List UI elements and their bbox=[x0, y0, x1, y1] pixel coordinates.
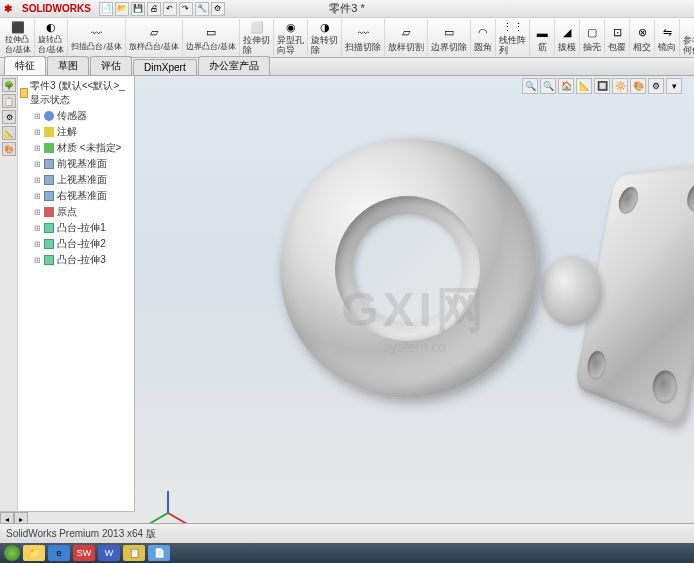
tree-item[interactable]: ⊞传感器 bbox=[20, 108, 132, 124]
loft-cut-button[interactable]: ▱放样切割 bbox=[385, 19, 428, 56]
expand-icon[interactable]: ⊞ bbox=[34, 208, 41, 217]
tree-root-node[interactable]: 零件3 (默认<<默认>_显示状态 bbox=[20, 78, 132, 108]
start-button-icon[interactable] bbox=[4, 545, 20, 561]
revolve-cut-button[interactable]: ◑旋转切除 bbox=[308, 19, 342, 56]
property-manager-tab-icon[interactable]: 📋 bbox=[2, 94, 16, 108]
ribbon-label: 拉伸凸台/基体 bbox=[5, 35, 31, 55]
display-manager-tab-icon[interactable]: 🎨 bbox=[2, 142, 16, 156]
taskbar-app-icon[interactable]: 📋 bbox=[123, 545, 145, 561]
expand-icon[interactable]: ⊞ bbox=[34, 144, 41, 153]
tree-item[interactable]: ⊞注解 bbox=[20, 124, 132, 140]
ribbon-toolbar: ⬛拉伸凸台/基体◐旋转凸台/基体〰扫描凸台/基体▱放样凸台/基体▭边界凸台/基体… bbox=[0, 18, 694, 58]
flange-hole-icon bbox=[617, 186, 641, 214]
command-tab-1[interactable]: 草图 bbox=[47, 56, 89, 75]
view-tool-3-icon[interactable]: 📐 bbox=[576, 78, 592, 94]
view-tool-1-icon[interactable]: 🔍 bbox=[540, 78, 556, 94]
extrude-boss-button[interactable]: ⬛拉伸凸台/基体 bbox=[2, 19, 35, 56]
expand-icon[interactable]: ⊞ bbox=[34, 256, 41, 265]
qat-redo-icon[interactable]: ↷ bbox=[179, 2, 193, 16]
command-tab-4[interactable]: 办公室产品 bbox=[198, 56, 270, 75]
qat-open-icon[interactable]: 📂 bbox=[115, 2, 129, 16]
intersect-button[interactable]: ⊗相交 bbox=[630, 19, 655, 56]
feat-icon bbox=[44, 223, 54, 233]
hole-wizard-button[interactable]: ◉异型孔向导 bbox=[274, 19, 308, 56]
qat-options-icon[interactable]: ⚙ bbox=[211, 2, 225, 16]
fillet-button[interactable]: ◠圆角 bbox=[471, 19, 496, 56]
ribbon-label: 旋转凸台/基体 bbox=[38, 35, 64, 55]
expand-icon[interactable]: ⊞ bbox=[34, 112, 41, 121]
fillet-icon: ◠ bbox=[474, 24, 492, 42]
boundary-boss-button[interactable]: ▭边界凸台/基体 bbox=[183, 19, 240, 56]
shell-button[interactable]: ▢抽壳 bbox=[580, 19, 605, 56]
feat-icon bbox=[44, 239, 54, 249]
dimxpert-tab-icon[interactable]: 📐 bbox=[2, 126, 16, 140]
command-tab-0[interactable]: 特征 bbox=[4, 56, 46, 75]
orientation-triad[interactable] bbox=[147, 473, 187, 513]
tree-item-label: 前视基准面 bbox=[57, 157, 107, 171]
view-tool-4-icon[interactable]: 🔲 bbox=[594, 78, 610, 94]
expand-icon[interactable]: ⊞ bbox=[34, 128, 41, 137]
linear-pattern-icon: ⋮⋮ bbox=[504, 20, 522, 35]
tree-item[interactable]: ⊞凸台-拉伸2 bbox=[20, 236, 132, 252]
sensor-icon bbox=[44, 111, 54, 121]
plane-icon bbox=[44, 191, 54, 201]
command-tab-3[interactable]: DimXpert bbox=[133, 59, 197, 75]
sweep-boss-button[interactable]: 〰扫描凸台/基体 bbox=[68, 19, 125, 56]
qat-save-icon[interactable]: 💾 bbox=[131, 2, 145, 16]
expand-icon[interactable]: ⊞ bbox=[34, 192, 41, 201]
qat-undo-icon[interactable]: ↶ bbox=[163, 2, 177, 16]
view-tool-0-icon[interactable]: 🔍 bbox=[522, 78, 538, 94]
tree-item[interactable]: ⊞右视基准面 bbox=[20, 188, 132, 204]
tree-item[interactable]: ⊞前视基准面 bbox=[20, 156, 132, 172]
app-brand: SOLIDWORKS bbox=[22, 3, 91, 14]
extrude-cut-button[interactable]: ⬜拉伸切除 bbox=[240, 19, 274, 56]
sweep-boss-icon: 〰 bbox=[88, 24, 106, 42]
ribbon-label: 边界凸台/基体 bbox=[186, 42, 236, 52]
mirror-button[interactable]: ⇋镜向 bbox=[655, 19, 680, 56]
view-tool-8-icon[interactable]: ▾ bbox=[666, 78, 682, 94]
graphics-viewport[interactable]: GXI网 system.co bbox=[135, 76, 694, 543]
mirror-icon: ⇋ bbox=[658, 24, 676, 42]
revolve-boss-button[interactable]: ◐旋转凸台/基体 bbox=[35, 19, 68, 56]
tree-item[interactable]: ⊞上视基准面 bbox=[20, 172, 132, 188]
taskbar-word-icon[interactable]: W bbox=[98, 545, 120, 561]
linear-pattern-button[interactable]: ⋮⋮线性阵列 bbox=[496, 19, 530, 56]
loft-boss-button[interactable]: ▱放样凸台/基体 bbox=[126, 19, 183, 56]
view-tool-5-icon[interactable]: 🔆 bbox=[612, 78, 628, 94]
qat-new-icon[interactable]: 📄 bbox=[99, 2, 113, 16]
tree-item[interactable]: ⊞材质 <未指定> bbox=[20, 140, 132, 156]
feature-manager-tab-icon[interactable]: 🌳 bbox=[2, 78, 16, 92]
expand-icon[interactable]: ⊞ bbox=[34, 224, 41, 233]
taskbar-app2-icon[interactable]: 📄 bbox=[148, 545, 170, 561]
view-tool-7-icon[interactable]: ⚙ bbox=[648, 78, 664, 94]
qat-rebuild-icon[interactable]: 🔧 bbox=[195, 2, 209, 16]
command-tab-2[interactable]: 评估 bbox=[90, 56, 132, 75]
tree-item[interactable]: ⊞原点 bbox=[20, 204, 132, 220]
ref-geom-button[interactable]: ✦参考几何体 bbox=[680, 19, 694, 56]
ring-bore bbox=[353, 214, 463, 324]
taskbar-browser-icon[interactable]: e bbox=[48, 545, 70, 561]
qat-print-icon[interactable]: 🖨 bbox=[147, 2, 161, 16]
ribbon-label: 抽壳 bbox=[583, 42, 601, 52]
taskbar-explorer-icon[interactable]: 📁 bbox=[23, 545, 45, 561]
tree-item-label: 传感器 bbox=[57, 109, 87, 123]
tree-item[interactable]: ⊞凸台-拉伸1 bbox=[20, 220, 132, 236]
taskbar-sw-icon[interactable]: SW bbox=[73, 545, 95, 561]
revolve-boss-icon: ◐ bbox=[42, 20, 60, 35]
draft-button[interactable]: ◢拔模 bbox=[555, 19, 580, 56]
tree-item[interactable]: ⊞凸台-拉伸3 bbox=[20, 252, 132, 268]
expand-icon[interactable]: ⊞ bbox=[34, 160, 41, 169]
ribbon-label: 镜向 bbox=[658, 42, 676, 52]
rib-button[interactable]: ▬筋 bbox=[530, 19, 555, 56]
config-manager-tab-icon[interactable]: ⚙ bbox=[2, 110, 16, 124]
plane-icon bbox=[44, 159, 54, 169]
boundary-cut-button[interactable]: ▭边界切除 bbox=[428, 19, 471, 56]
view-tool-6-icon[interactable]: 🎨 bbox=[630, 78, 646, 94]
wrap-button[interactable]: ⊡包覆 bbox=[605, 19, 630, 56]
view-tool-2-icon[interactable]: 🏠 bbox=[558, 78, 574, 94]
tree-item-label: 凸台-拉伸2 bbox=[57, 237, 106, 251]
sweep-cut-button[interactable]: 〰扫描切除 bbox=[342, 19, 385, 56]
expand-icon[interactable]: ⊞ bbox=[34, 176, 41, 185]
expand-icon[interactable]: ⊞ bbox=[34, 240, 41, 249]
status-bar: SolidWorks Premium 2013 x64 版 bbox=[0, 523, 694, 543]
